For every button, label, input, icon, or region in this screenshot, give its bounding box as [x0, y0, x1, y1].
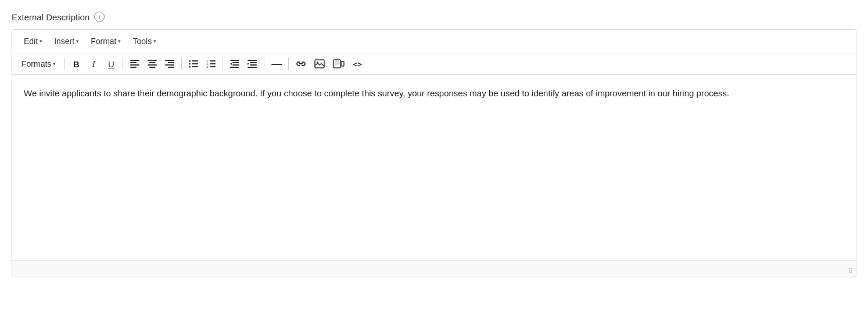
svg-rect-30	[250, 62, 257, 63]
formats-label: Formats	[21, 59, 51, 68]
menu-edit[interactable]: Edit ▾	[19, 34, 47, 48]
divider-1	[64, 57, 64, 70]
svg-rect-38	[341, 61, 344, 66]
link-button[interactable]	[292, 56, 310, 72]
svg-rect-26	[232, 64, 239, 66]
svg-rect-35	[315, 60, 324, 68]
formats-dropdown[interactable]: Formats ▾	[17, 56, 60, 72]
editor-content-area[interactable]: We invite applicants to share their demo…	[12, 75, 856, 260]
align-right-button[interactable]	[162, 56, 178, 72]
svg-rect-23	[210, 66, 216, 67]
svg-rect-27	[230, 67, 239, 68]
svg-text:3.: 3.	[206, 65, 210, 68]
align-center-button[interactable]	[144, 56, 160, 72]
svg-rect-9	[168, 62, 174, 63]
svg-rect-1	[130, 62, 137, 63]
resize-handle-icon: ⠿	[848, 267, 853, 276]
bullet-list-button[interactable]	[185, 56, 202, 72]
svg-rect-21	[210, 63, 216, 64]
divider-6	[288, 57, 289, 70]
format-chevron-icon: ▾	[118, 38, 121, 44]
svg-point-14	[189, 63, 191, 65]
svg-rect-6	[148, 64, 157, 66]
divider-2	[123, 57, 123, 70]
formats-chevron-icon: ▾	[53, 61, 56, 67]
toolbar: Formats ▾ B I U	[12, 53, 856, 75]
content-text: We invite applicants to share their demo…	[24, 86, 844, 100]
svg-rect-29	[248, 60, 257, 61]
outdent-button[interactable]	[227, 56, 243, 72]
svg-rect-3	[130, 67, 137, 68]
divider-4	[223, 57, 223, 70]
svg-rect-39	[335, 61, 339, 64]
svg-rect-7	[149, 67, 156, 68]
svg-rect-31	[250, 64, 257, 66]
svg-rect-13	[192, 60, 198, 61]
editor-footer: ⠿	[12, 260, 856, 277]
svg-rect-24	[230, 60, 239, 61]
align-left-button[interactable]	[127, 56, 143, 72]
svg-rect-11	[168, 67, 174, 68]
svg-marker-28	[230, 63, 232, 65]
edit-chevron-icon: ▾	[40, 38, 42, 44]
svg-rect-15	[192, 63, 198, 64]
divider-5	[264, 57, 264, 70]
menu-tools[interactable]: Tools ▾	[128, 34, 161, 48]
menu-insert[interactable]: Insert ▾	[49, 34, 84, 48]
svg-point-12	[189, 60, 191, 62]
indent-button[interactable]	[244, 56, 260, 72]
divider-3	[181, 57, 182, 70]
svg-rect-4	[148, 60, 157, 61]
underline-button[interactable]: U	[103, 56, 119, 72]
italic-button[interactable]: I	[85, 56, 102, 72]
menu-format[interactable]: Format ▾	[86, 34, 125, 48]
source-code-button[interactable]: <>	[349, 56, 365, 72]
horizontal-rule-button[interactable]: —	[268, 56, 285, 72]
tools-chevron-icon: ▾	[153, 38, 156, 44]
label-text: External Description	[12, 12, 89, 22]
media-button[interactable]	[329, 56, 348, 72]
svg-rect-25	[232, 62, 239, 63]
info-icon[interactable]: i	[94, 12, 105, 22]
external-description-label: External Description i	[12, 12, 856, 22]
svg-rect-17	[192, 66, 198, 67]
menu-bar: Edit ▾ Insert ▾ Format ▾ Tools ▾	[12, 30, 856, 53]
insert-chevron-icon: ▾	[76, 38, 79, 44]
svg-rect-32	[248, 67, 257, 68]
svg-rect-8	[165, 60, 174, 61]
bold-button[interactable]: B	[68, 56, 84, 72]
image-button[interactable]	[311, 56, 328, 72]
numbered-list-button[interactable]: 1. 2. 3.	[203, 56, 219, 72]
svg-rect-19	[210, 60, 216, 61]
svg-marker-33	[248, 63, 249, 65]
svg-rect-5	[149, 62, 156, 63]
svg-rect-0	[130, 60, 139, 61]
svg-rect-10	[165, 64, 174, 66]
svg-rect-2	[130, 64, 139, 66]
rich-text-editor: Edit ▾ Insert ▾ Format ▾ Tools ▾ Formats…	[12, 29, 856, 277]
svg-point-16	[189, 66, 191, 68]
